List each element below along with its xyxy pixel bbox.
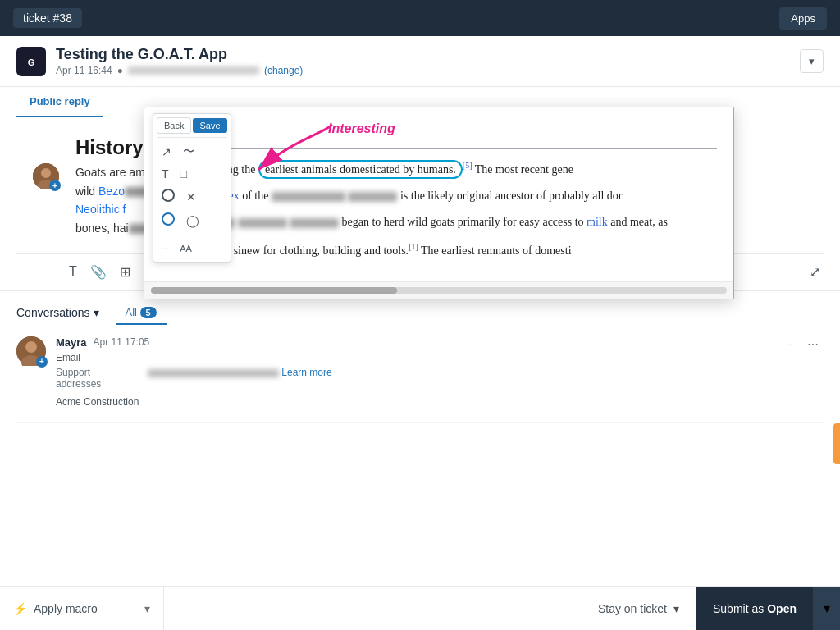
toolbar-table-btn[interactable]: ⊞ bbox=[116, 261, 134, 283]
change-link[interactable]: (change) bbox=[264, 65, 303, 76]
message-header: Mayra Apr 11 17:05 bbox=[56, 336, 824, 349]
wiki-para-2: wild Bezoar ibex of the is the likely or… bbox=[161, 187, 717, 205]
annot-arrow-row: ↗ 〜 bbox=[157, 141, 227, 162]
submit-as-button[interactable]: Submit as Open bbox=[696, 587, 813, 630]
svg-text:G: G bbox=[28, 57, 35, 67]
wiki-blurred-1 bbox=[272, 192, 345, 202]
stay-on-ticket-button[interactable]: Stay on ticket ▾ bbox=[582, 587, 696, 630]
annotation-back-button[interactable]: Back bbox=[157, 117, 191, 134]
message-item: + Mayra Apr 11 17:05 Email Support addre… bbox=[16, 325, 824, 423]
mayra-avatar: + bbox=[16, 336, 46, 366]
conversations-section: Conversations ▾ All 5 + bbox=[0, 290, 840, 423]
message-author: Mayra bbox=[56, 336, 87, 349]
apply-macro-label: Apply macro bbox=[34, 602, 98, 615]
apps-button[interactable]: Apps bbox=[779, 7, 827, 30]
submit-chevron-button[interactable]: ▾ bbox=[813, 587, 840, 630]
wiki-popup: History Goats are among the earliest ani… bbox=[144, 107, 734, 299]
conv-tab-all-label: All bbox=[126, 306, 137, 318]
toolbar-attach-btn[interactable]: 📎 bbox=[87, 261, 110, 283]
oval-icon bbox=[162, 189, 175, 202]
annot-circle-blue-btn[interactable] bbox=[157, 209, 180, 231]
support-blurred bbox=[148, 369, 279, 377]
annot-divider-1 bbox=[157, 137, 227, 138]
conversations-title[interactable]: Conversations ▾ bbox=[16, 306, 99, 319]
wiki-highlighted-text: earliest animals domesticated by humans. bbox=[258, 160, 463, 179]
message-type: Email bbox=[56, 352, 824, 363]
annot-squiggle-btn[interactable]: 〜 bbox=[178, 141, 199, 162]
wiki-scrollbar-thumb[interactable] bbox=[151, 287, 397, 294]
interesting-text: Interesting bbox=[328, 121, 395, 135]
wiki-heading: History bbox=[161, 121, 717, 149]
acme-construction-tag: Acme Construction bbox=[56, 393, 824, 411]
ticket-dropdown-button[interactable]: ▾ bbox=[800, 49, 824, 73]
ticket-title-area: Testing the G.O.A.T. App Apr 11 16:44 ● … bbox=[56, 46, 790, 76]
svg-point-6 bbox=[25, 341, 37, 353]
annot-circle-text-row: ◯ bbox=[157, 209, 227, 231]
bezoar-link-editor[interactable]: Bezo bbox=[98, 185, 125, 198]
message-content: Mayra Apr 11 17:05 Email Support address… bbox=[56, 336, 824, 411]
message-menu-btn[interactable]: ⋯ bbox=[802, 336, 824, 353]
annot-small-circle-btn[interactable]: ◯ bbox=[181, 211, 204, 231]
ticket-date: Apr 11 16:44 bbox=[56, 65, 112, 76]
svg-point-3 bbox=[41, 168, 51, 178]
wiki-blurred-5 bbox=[290, 218, 339, 228]
ticket-title: Testing the G.O.A.T. App bbox=[56, 46, 790, 63]
avatar-reply: + bbox=[33, 163, 59, 189]
wiki-sup-1: [5] bbox=[463, 161, 472, 170]
neolithic-link[interactable]: Neolithic f bbox=[75, 203, 126, 216]
annot-oval-btn[interactable] bbox=[157, 185, 180, 208]
wiki-blurred-4 bbox=[238, 218, 287, 228]
top-bar: ticket #38 Apps bbox=[0, 0, 840, 36]
stay-on-ticket-label: Stay on ticket bbox=[598, 602, 667, 615]
interesting-label: Interesting bbox=[328, 121, 395, 136]
apply-macro-button[interactable]: ⚡ Apply macro ▾ bbox=[0, 587, 164, 630]
learn-more-link[interactable]: Learn more bbox=[281, 367, 331, 378]
conversations-chevron-icon: ▾ bbox=[94, 306, 99, 319]
annot-cross-btn[interactable]: ✕ bbox=[181, 187, 201, 207]
message-date: Apr 11 17:05 bbox=[94, 336, 150, 348]
message-actions: − ⋯ bbox=[783, 336, 824, 353]
wiki-para-4: bones, hair and sinew for clothing, buil… bbox=[161, 240, 717, 260]
support-value-blurred: Learn more bbox=[148, 367, 332, 390]
annot-text-rect-row: T □ bbox=[157, 164, 227, 184]
support-row: Support addresses Learn more bbox=[56, 363, 824, 393]
wiki-para-1: Goats are among the earliest animals dom… bbox=[161, 159, 717, 179]
milk-wiki-link[interactable]: milk bbox=[587, 216, 608, 228]
submit-open-label: Open bbox=[767, 602, 797, 615]
annot-oval-cross-row: ✕ bbox=[157, 185, 227, 208]
message-collapse-btn[interactable]: − bbox=[783, 336, 799, 353]
annot-font-size-btn[interactable]: AA bbox=[175, 240, 197, 257]
annot-text-btn[interactable]: T bbox=[157, 164, 174, 184]
submit-dropdown-icon: ▾ bbox=[824, 600, 830, 616]
orange-sidebar-indicator bbox=[833, 423, 840, 464]
toolbar-expand-btn[interactable]: ⤢ bbox=[806, 261, 824, 283]
wiki-popup-inner: History Goats are among the earliest ani… bbox=[144, 107, 733, 281]
wiki-scrollbar-track[interactable] bbox=[151, 287, 727, 294]
conv-tab-all[interactable]: All 5 bbox=[116, 301, 167, 325]
ticket-meta-blurred bbox=[128, 66, 259, 75]
ticket-meta: Apr 11 16:44 ● (change) bbox=[56, 65, 790, 76]
ticket-id-label: ticket #38 bbox=[13, 8, 82, 28]
wiki-sup-2: [1] bbox=[409, 242, 418, 251]
toolbar-text-btn[interactable]: T bbox=[66, 261, 80, 282]
wiki-blurred-2 bbox=[348, 192, 397, 202]
circle-blue-icon bbox=[162, 212, 175, 226]
conv-all-badge: 5 bbox=[140, 307, 157, 318]
submit-label: Submit as bbox=[713, 602, 764, 615]
support-label: Support addresses bbox=[56, 367, 138, 390]
annot-minus-btn[interactable]: − bbox=[157, 239, 173, 258]
annot-rect-btn[interactable]: □ bbox=[176, 164, 192, 184]
annot-divider-2 bbox=[157, 235, 227, 235]
annotation-toolbar: Back Save ↗ 〜 T □ ✕ ◯ − AA bbox=[153, 113, 231, 262]
annotation-save-button[interactable]: Save bbox=[193, 118, 226, 133]
tab-public-reply[interactable]: Public reply bbox=[16, 87, 103, 117]
apply-macro-lightning-icon: ⚡ bbox=[13, 602, 27, 615]
ticket-logo: G bbox=[16, 47, 46, 76]
annot-minus-aa-row: − AA bbox=[157, 239, 227, 258]
wiki-para1-end: The most recent gene bbox=[472, 163, 573, 176]
annot-arrow-diag-btn[interactable]: ↗ bbox=[157, 142, 176, 162]
apply-macro-chevron-icon: ▾ bbox=[144, 602, 150, 615]
mayra-avatar-plus: + bbox=[36, 356, 48, 368]
conv-tabs: All 5 bbox=[116, 301, 167, 325]
stay-chevron-icon: ▾ bbox=[673, 602, 679, 615]
